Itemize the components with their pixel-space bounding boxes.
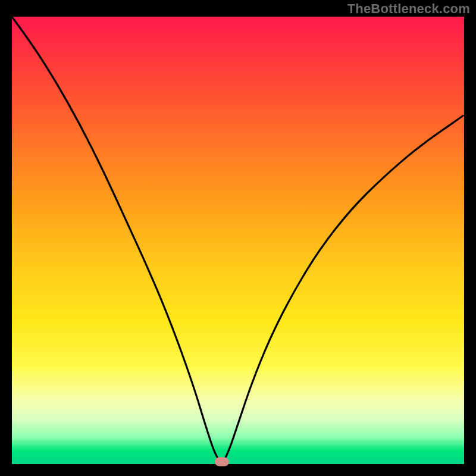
- chart-frame: TheBottleneck.com: [0, 0, 476, 476]
- curve-path: [12, 17, 464, 461]
- curve-svg: [12, 17, 464, 464]
- watermark-text: TheBottleneck.com: [347, 1, 470, 17]
- plot-area: [12, 17, 464, 464]
- minimum-marker: [215, 458, 229, 466]
